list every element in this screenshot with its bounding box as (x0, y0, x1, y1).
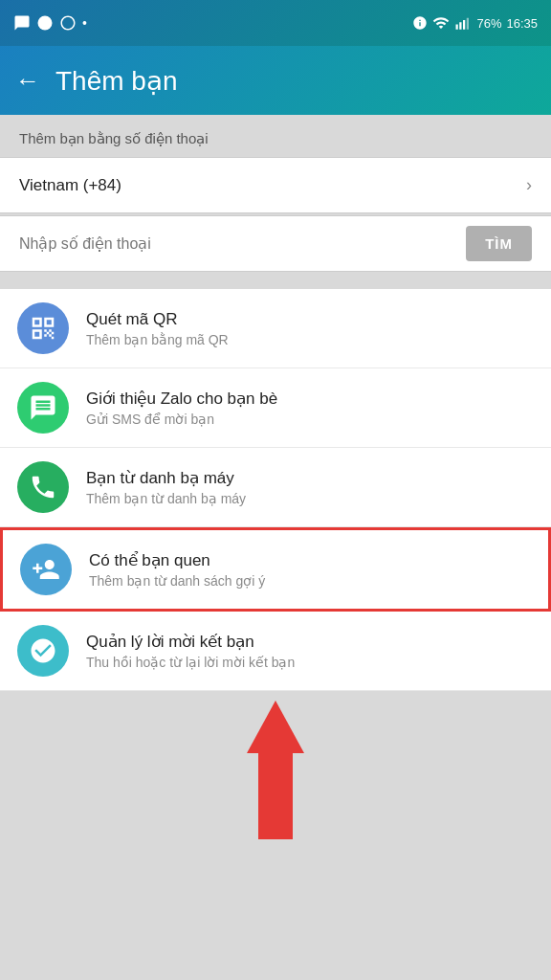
alarm-icon (412, 15, 428, 31)
sms-subtitle: Gửi SMS để mời bạn (86, 412, 534, 427)
content-area: Thêm bạn bằng số điện thoại Vietnam (+84… (0, 115, 551, 980)
menu-item-manage[interactable]: Quản lý lời mời kết bạn Thu hồi hoặc từ … (0, 612, 551, 691)
contacts-icon-bg (17, 461, 69, 513)
arrow-head (247, 701, 304, 753)
notification-icon (59, 14, 77, 32)
qr-menu-text: Quét mã QR Thêm bạn bằng mã QR (86, 310, 534, 347)
line-icon: L (36, 14, 54, 32)
phone-input[interactable] (19, 235, 456, 253)
message-icon (13, 14, 31, 32)
svg-rect-2 (456, 25, 458, 30)
dots-indicator: • (82, 15, 87, 31)
svg-text:L: L (43, 19, 47, 28)
back-button[interactable]: ← (15, 68, 40, 93)
qr-code-icon (29, 314, 57, 343)
svg-rect-4 (463, 20, 465, 30)
phone-input-row: TÌM (0, 215, 551, 272)
page-title: Thêm bạn (55, 65, 178, 97)
contacts-menu-text: Bạn từ danh bạ máy Thêm bạn từ danh bạ m… (86, 468, 534, 506)
manage-title: Quản lý lời mời kết bạn (86, 632, 534, 652)
signal-icon (454, 14, 472, 32)
time-display: 16:35 (506, 16, 538, 31)
menu-item-suggest[interactable]: Có thể bạn quen Thêm bạn từ danh sách gợ… (0, 527, 551, 612)
status-bar-right: 76% 16:35 (412, 14, 538, 32)
qr-title: Quét mã QR (86, 310, 534, 329)
contacts-icon (29, 473, 57, 501)
qr-subtitle: Thêm bạn bằng mã QR (86, 332, 534, 347)
suggest-menu-text: Có thể bạn quen Thêm bạn từ danh sách gợ… (89, 550, 531, 589)
sms-icon (29, 393, 57, 422)
contacts-title: Bạn từ danh bạ máy (86, 468, 534, 488)
status-bar: L • 76% 16:35 (0, 0, 551, 46)
menu-item-sms[interactable]: Giới thiệu Zalo cho bạn bè Gửi SMS để mờ… (0, 368, 551, 448)
arrow-annotation (0, 691, 551, 863)
menu-list: Quét mã QR Thêm bạn bằng mã QR Giới thiệ… (0, 289, 551, 691)
country-selector[interactable]: Vietnam (+84) › (0, 157, 551, 213)
section-label: Thêm bạn bằng số điện thoại (0, 115, 551, 157)
manage-menu-text: Quản lý lời mời kết bạn Thu hồi hoặc từ … (86, 632, 534, 670)
nav-bar: ← Thêm bạn (0, 46, 551, 115)
sms-menu-text: Giới thiệu Zalo cho bạn bè Gửi SMS để mờ… (86, 389, 534, 427)
search-button[interactable]: TÌM (466, 226, 532, 261)
suggest-subtitle: Thêm bạn từ danh sách gợi ý (89, 573, 531, 589)
status-bar-left: L • (13, 14, 87, 32)
suggest-title: Có thể bạn quen (89, 550, 531, 570)
menu-item-qr[interactable]: Quét mã QR Thêm bạn bằng mã QR (0, 289, 551, 368)
manage-icon-bg (17, 625, 69, 677)
qr-icon-bg (17, 302, 69, 354)
sms-icon-bg (17, 382, 69, 434)
menu-item-contacts[interactable]: Bạn từ danh bạ máy Thêm bạn từ danh bạ m… (0, 448, 551, 527)
suggest-icon-bg (20, 544, 72, 595)
wifi-icon (432, 14, 450, 32)
chevron-right-icon: › (526, 175, 532, 195)
svg-rect-3 (460, 22, 462, 30)
divider (0, 272, 551, 289)
manage-friends-icon (29, 636, 57, 665)
battery-percentage: 76% (476, 16, 501, 31)
manage-subtitle: Thu hồi hoặc từ lại lời mời kết bạn (86, 655, 534, 670)
sms-title: Giới thiệu Zalo cho bạn bè (86, 389, 534, 409)
svg-rect-5 (467, 18, 469, 30)
contacts-subtitle: Thêm bạn từ danh bạ máy (86, 491, 534, 506)
person-add-icon (32, 555, 60, 584)
arrow-shaft (258, 753, 293, 839)
country-label: Vietnam (+84) (19, 176, 121, 195)
